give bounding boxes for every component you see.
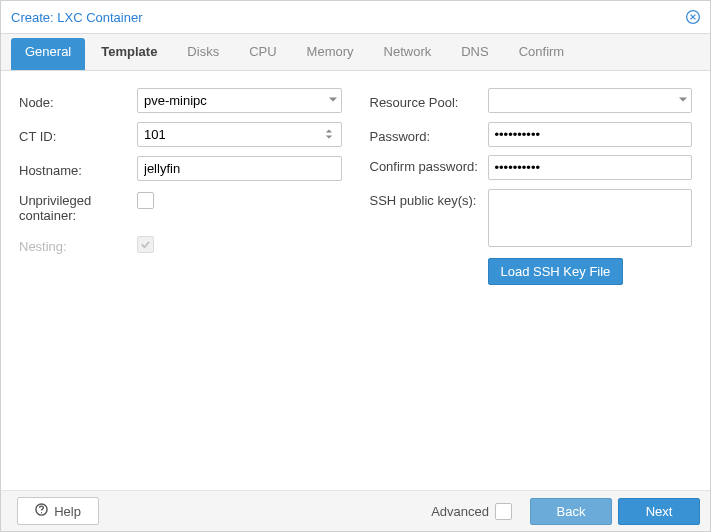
tab-template[interactable]: Template [87,38,171,70]
tab-disks[interactable]: Disks [173,38,233,70]
ctid-label: CT ID: [19,125,137,144]
password-input[interactable] [488,122,693,147]
ssh-keys-input[interactable] [488,189,693,247]
node-input[interactable] [137,88,342,113]
node-field[interactable] [137,88,342,113]
dialog-window: Create: LXC Container General Template D… [0,0,711,532]
unprivileged-checkbox[interactable] [137,192,154,209]
dialog-title: Create: LXC Container [11,10,684,25]
ctid-input[interactable] [137,122,342,147]
resource-pool-input[interactable] [488,88,693,113]
content-area: Node: CT ID: [1,71,710,490]
footer-bar: Help Advanced Back Next [1,490,710,531]
title-bar: Create: LXC Container [1,1,710,34]
right-column: Resource Pool: Password: Confirm passwor… [370,87,693,474]
unprivileged-label: Unprivileged container: [19,189,137,223]
tab-memory[interactable]: Memory [293,38,368,70]
hostname-label: Hostname: [19,159,137,178]
help-icon [35,503,48,519]
close-icon[interactable] [684,8,702,26]
hostname-field[interactable] [137,156,342,181]
tab-dns[interactable]: DNS [447,38,502,70]
left-column: Node: CT ID: [19,87,342,474]
tab-general[interactable]: General [11,38,85,70]
confirm-password-input[interactable] [488,155,693,180]
next-button[interactable]: Next [618,498,700,525]
tab-confirm[interactable]: Confirm [505,38,579,70]
tab-strip: General Template Disks CPU Memory Networ… [1,34,710,71]
confirm-password-label: Confirm password: [370,155,488,174]
load-ssh-key-button[interactable]: Load SSH Key File [488,258,624,285]
password-label: Password: [370,125,488,144]
svg-point-4 [41,512,42,513]
tab-cpu[interactable]: CPU [235,38,290,70]
tab-network[interactable]: Network [370,38,446,70]
nesting-checkbox [137,236,154,253]
spinner-icon[interactable] [325,123,339,146]
ssh-keys-label: SSH public key(s): [370,189,488,208]
ctid-field[interactable] [137,122,342,147]
advanced-checkbox[interactable] [495,503,512,520]
hostname-input[interactable] [137,156,342,181]
node-label: Node: [19,91,137,110]
resource-pool-field[interactable] [488,88,693,113]
help-label: Help [54,504,81,519]
advanced-label: Advanced [431,504,489,519]
nesting-label: Nesting: [19,235,137,254]
resource-pool-label: Resource Pool: [370,91,488,110]
back-button[interactable]: Back [530,498,612,525]
help-button[interactable]: Help [17,497,99,525]
